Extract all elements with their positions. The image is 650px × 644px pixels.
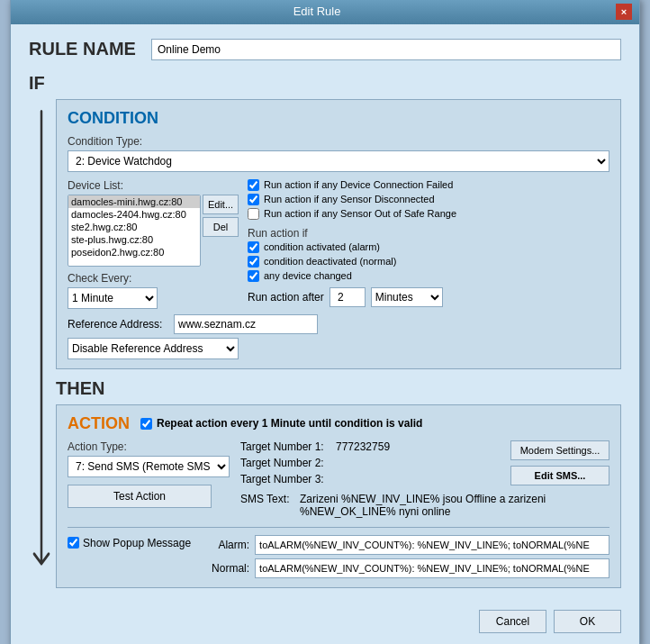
device-list-box: damocles-mini.hwg.cz:80damocles-2404.hwg… (68, 195, 239, 267)
condition-activated-row[interactable]: condition activated (alarm) (248, 241, 396, 253)
condition-activated-label: condition activated (alarm) (264, 241, 380, 252)
sms-text-label: SMS Text: (240, 493, 294, 505)
target-2-label: Target Number 2: (240, 457, 330, 469)
edit-rule-dialog: Edit Rule × RULE NAME IF CONDITION Condi… (10, 0, 640, 644)
sensor-disconnected-checkbox[interactable] (248, 194, 259, 205)
any-device-changed-row[interactable]: any device changed (248, 270, 396, 282)
run-action-after-unit-select[interactable]: Minutes Seconds Hours (371, 287, 443, 307)
check-every-label: Check Every: (68, 272, 239, 285)
cancel-button[interactable]: Cancel (479, 610, 546, 633)
run-action-after-spinbox[interactable] (330, 287, 366, 307)
action-type-select[interactable]: 7: Send SMS (Remote SMS GW) (68, 456, 230, 477)
run-action-sensor-out-of-range[interactable]: Run action if any Sensor Out of Safe Ran… (248, 208, 609, 220)
dialog-footer: Cancel OK (11, 603, 639, 645)
target-1-label: Target Number 1: (240, 440, 330, 453)
target-buttons: Modem Settings... Edit SMS... (510, 440, 609, 485)
condition-title: CONDITION (68, 109, 609, 128)
edit-sms-button[interactable]: Edit SMS... (510, 466, 609, 485)
run-action-checkboxes: Run action if any Device Connection Fail… (248, 179, 609, 220)
condition-type-label: Condition Type: (68, 135, 609, 148)
run-action-sensor-disconnected[interactable]: Run action if any Sensor Disconnected (248, 194, 609, 205)
sensor-out-of-range-checkbox[interactable] (248, 208, 259, 220)
repeat-action-row[interactable]: Repeat action every 1 Minute until condi… (140, 417, 422, 430)
edit-device-button[interactable]: Edit... (203, 195, 239, 214)
repeat-action-checkbox[interactable] (140, 418, 152, 430)
rule-name-row: RULE NAME (29, 39, 621, 60)
run-action-if-label: Run action if (248, 227, 308, 240)
sms-text-value: Zarizeni %NEW_INV_LINE% jsou Offline a z… (300, 493, 609, 518)
action-left: Action Type: 7: Send SMS (Remote SMS GW)… (68, 440, 230, 518)
normal-label: Normal: (200, 562, 249, 575)
device-list-section: Device List: damocles-mini.hwg.cz:80damo… (68, 179, 239, 359)
close-button[interactable]: × (616, 4, 632, 20)
condition-activated-checkbox[interactable] (248, 241, 259, 253)
reference-address-row: Reference Address: (68, 314, 239, 334)
alarm-label: Alarm: (200, 539, 249, 551)
condition-deactivated-row[interactable]: condition deactivated (normal) (248, 256, 396, 268)
reference-address-label: Reference Address: (68, 318, 167, 331)
action-title: ACTION (68, 414, 130, 433)
normal-row: Normal: (200, 558, 609, 578)
if-then-wrapper: CONDITION Condition Type: 2: Device Watc… (29, 99, 621, 588)
action-header: ACTION Repeat action every 1 Minute unti… (68, 414, 609, 433)
dialog-title: Edit Rule (18, 5, 616, 18)
disable-reference-select[interactable]: Disable Reference AddressEnable Referenc… (68, 338, 239, 359)
target-1-row: Target Number 1: 777232759 (240, 440, 390, 453)
target-3-row: Target Number 3: (240, 473, 390, 485)
rule-name-label: RULE NAME (29, 39, 137, 59)
title-bar: Edit Rule × (11, 0, 639, 24)
show-popup-text: Show Popup Message (83, 537, 191, 549)
run-action-connection-failed[interactable]: Run action if any Device Connection Fail… (248, 179, 609, 191)
test-action-button[interactable]: Test Action (68, 485, 212, 508)
ok-button[interactable]: OK (554, 610, 621, 633)
device-buttons: Edit... Del (203, 195, 239, 267)
dialog-body: RULE NAME IF CONDITION Condition Type: 2… (11, 24, 639, 603)
run-action-if-checkboxes: condition activated (alarm) condition de… (248, 241, 396, 282)
device-list-label: Device List: (68, 179, 239, 192)
connection-failed-label: Run action if any Device Connection Fail… (264, 179, 453, 190)
show-popup-label[interactable]: Show Popup Message (68, 537, 191, 549)
run-action-after-row: Run action after Minutes Seconds Hours (248, 287, 609, 307)
condition-deactivated-label: condition deactivated (normal) (264, 256, 396, 267)
sensor-disconnected-label: Run action if any Sensor Disconnected (264, 194, 435, 204)
device-listbox[interactable]: damocles-mini.hwg.cz:80damocles-2404.hwg… (68, 195, 201, 267)
if-label: IF (29, 73, 621, 94)
run-action-after-label: Run action after (248, 291, 324, 304)
action-middle: Action Type: 7: Send SMS (Remote SMS GW)… (68, 440, 609, 518)
rule-name-input[interactable] (151, 39, 621, 60)
del-device-button[interactable]: Del (203, 217, 239, 237)
sms-text-row: SMS Text: Zarizeni %NEW_INV_LINE% jsou O… (240, 493, 609, 518)
check-every-section: Check Every: 1 Minute5 Minutes10 Minutes… (68, 272, 239, 309)
right-section: Run action if any Device Connection Fail… (248, 179, 609, 359)
action-box: ACTION Repeat action every 1 Minute unti… (56, 404, 621, 588)
any-device-changed-label: any device changed (264, 270, 352, 281)
popup-row: Show Popup Message Alarm: Normal: (68, 535, 609, 578)
target-2-row: Target Number 2: (240, 457, 390, 469)
connection-failed-checkbox[interactable] (248, 179, 259, 191)
show-popup-checkbox[interactable] (68, 537, 79, 549)
condition-type-select[interactable]: 2: Device Watchdog (68, 150, 609, 172)
check-every-select[interactable]: 1 Minute5 Minutes10 Minutes30 Minutes (68, 287, 158, 309)
sensor-out-of-range-label: Run action if any Sensor Out of Safe Ran… (264, 208, 456, 219)
run-action-if-section: Run action if condition activated (alarm… (248, 227, 609, 282)
condition-deactivated-checkbox[interactable] (248, 256, 259, 268)
modem-settings-button[interactable]: Modem Settings... (510, 440, 609, 460)
targets-section: Target Number 1: 777232759 Target Number… (240, 440, 390, 487)
target-3-label: Target Number 3: (240, 473, 330, 485)
popup-section: Show Popup Message Alarm: Normal: (68, 527, 609, 578)
condition-box: CONDITION Condition Type: 2: Device Watc… (56, 99, 621, 369)
alarm-normal-section: Alarm: Normal: (200, 535, 609, 578)
if-then-arrow (29, 99, 54, 588)
any-device-changed-checkbox[interactable] (248, 270, 259, 282)
target-1-value: 777232759 (336, 440, 390, 453)
repeat-action-label: Repeat action every 1 Minute until condi… (157, 417, 422, 430)
reference-address-section: Reference Address: Disable Reference Add… (68, 314, 239, 359)
alarm-row: Alarm: (200, 535, 609, 555)
action-type-label: Action Type: (68, 440, 230, 453)
normal-input[interactable] (255, 558, 609, 578)
action-right: Target Number 1: 777232759 Target Number… (240, 440, 609, 518)
alarm-input[interactable] (255, 535, 609, 555)
then-label: THEN (56, 378, 621, 399)
